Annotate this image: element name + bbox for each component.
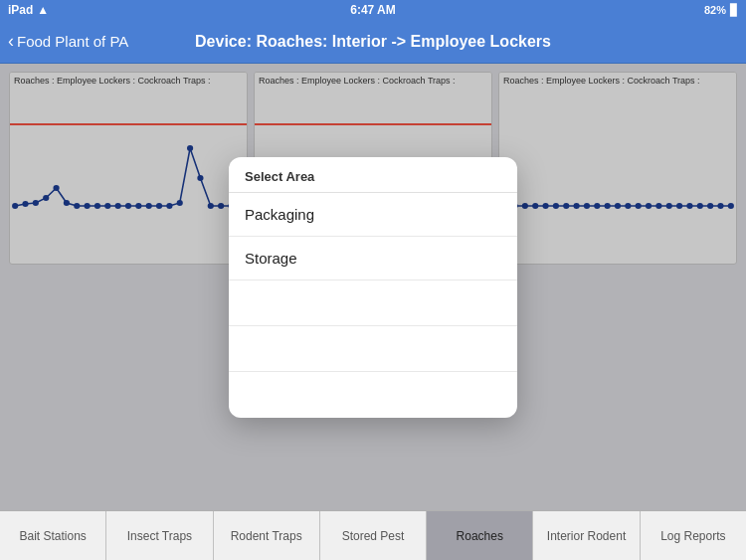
popup-title: Select Area bbox=[229, 157, 517, 193]
popup-overlay[interactable]: Select Area Packaging Storage bbox=[0, 64, 746, 510]
tab-stored-pest[interactable]: Stored Pest bbox=[320, 511, 427, 560]
status-bar: iPad ▲ 6:47 AM 82% ▊ bbox=[0, 0, 746, 20]
popup-item-packaging[interactable]: Packaging bbox=[229, 193, 517, 237]
tab-insect-traps[interactable]: Insect Traps bbox=[106, 511, 213, 560]
status-right: 82% ▊ bbox=[704, 4, 738, 17]
tab-bar: Bait Stations Insect Traps Rodent Traps … bbox=[0, 510, 746, 560]
back-label: Food Plant of PA bbox=[17, 33, 128, 50]
device-label: iPad bbox=[8, 3, 33, 17]
wifi-icon: ▲ bbox=[37, 3, 49, 17]
battery-icon: ▊ bbox=[730, 4, 738, 17]
tab-rodent-traps[interactable]: Rodent Traps bbox=[214, 511, 320, 560]
select-area-popup: Select Area Packaging Storage bbox=[229, 157, 517, 418]
back-chevron-icon: ‹ bbox=[8, 31, 14, 52]
tab-bait-stations[interactable]: Bait Stations bbox=[0, 511, 106, 560]
status-left: iPad ▲ bbox=[8, 3, 49, 17]
tab-log-reports[interactable]: Log Reports bbox=[641, 511, 746, 560]
popup-item-storage[interactable]: Storage bbox=[229, 237, 517, 280]
nav-bar: ‹ Food Plant of PA Device: Roaches: Inte… bbox=[0, 20, 746, 64]
popup-item-empty-1 bbox=[229, 280, 517, 326]
main-content: Roaches : Employee Lockers : Cockroach T… bbox=[0, 64, 746, 510]
back-button[interactable]: ‹ Food Plant of PA bbox=[8, 31, 128, 52]
popup-item-empty-2 bbox=[229, 326, 517, 372]
status-time: 6:47 AM bbox=[350, 3, 396, 17]
battery-label: 82% bbox=[704, 4, 726, 16]
tab-interior-rodent[interactable]: Interior Rodent bbox=[533, 511, 640, 560]
nav-title: Device: Roaches: Interior -> Employee Lo… bbox=[195, 33, 551, 51]
popup-arrow bbox=[361, 417, 385, 418]
popup-item-empty-3 bbox=[229, 372, 517, 418]
tab-roaches[interactable]: Roaches bbox=[427, 511, 533, 560]
